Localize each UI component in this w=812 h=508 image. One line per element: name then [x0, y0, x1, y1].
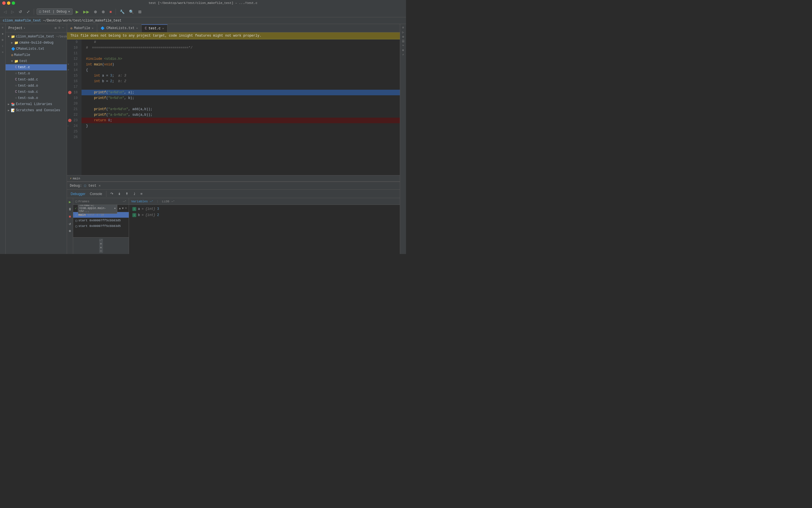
thread-dropdown[interactable]: Thread-1-<com.apple.main-thr... ▾ — [78, 205, 117, 214]
variables-tab-label[interactable]: Variables →⁺ — [131, 200, 153, 203]
tree-item-test-o[interactable]: ○ test.o — [6, 71, 67, 77]
window-title: test [~/Desktop/work/test/clion_makefile… — [149, 1, 257, 5]
right-sidebar-icon-5[interactable]: ≈ — [401, 43, 405, 48]
debug-session-close[interactable]: ✕ — [99, 183, 100, 188]
tree-item-cmake-build[interactable]: ▶ 📁 cmake-build-debug — [6, 40, 67, 46]
restart-btn[interactable]: ↺ — [67, 221, 73, 226]
test-c-tab-close[interactable]: ✕ — [162, 27, 164, 30]
console-tab[interactable]: Console — [89, 191, 104, 197]
tab-makefile[interactable]: ⚙ Makefile ✕ — [67, 24, 97, 32]
sidebar-icon-5[interactable]: ≈ — [1, 50, 5, 54]
lldb-tab-label[interactable]: LLDB →⁺ — [162, 200, 175, 203]
root-label: clion_makefile_test — [16, 35, 54, 39]
code-line-11 — [82, 51, 400, 56]
tree-item-root[interactable]: ▼ 📁 clion_makefile_test ~/Desktop/work/t… — [6, 34, 67, 40]
tree-item-test-sub-c[interactable]: C test-sub.c — [6, 89, 67, 95]
right-sidebar-icon-2[interactable]: ▷ — [401, 30, 405, 34]
nav-button-3[interactable]: ↺ — [17, 9, 23, 15]
frames-scroll-btn-2[interactable]: ▼ — [99, 242, 103, 246]
right-sidebar-icon-4[interactable]: ☰ — [401, 39, 405, 43]
nav-button-4[interactable]: ⤢ — [25, 9, 31, 15]
traffic-lights — [2, 1, 15, 5]
tree-item-test-add-c[interactable]: C test-add.c — [6, 77, 67, 83]
tree-item-makefile[interactable]: ⚙ Makefile — [6, 52, 67, 58]
frame-item-start-2[interactable]: ▢ start 0x00007ff5cbb83d5 — [73, 223, 129, 229]
right-sidebar-icon-6[interactable]: ⊕ — [401, 48, 405, 52]
makefile-tab-close[interactable]: ✕ — [92, 27, 94, 30]
thread-up-btn[interactable]: ▲ — [119, 207, 121, 210]
test-c-tab-label: test.c — [149, 27, 160, 31]
pause-btn[interactable]: ⏸ — [67, 207, 73, 212]
cmakelists-tab-close[interactable]: ✕ — [136, 27, 138, 30]
maximize-button[interactable] — [12, 1, 15, 5]
wrench-button[interactable]: 🔧 — [118, 9, 126, 15]
stop-debug-btn[interactable]: ■ — [67, 214, 73, 219]
frame-start2-icon: ▢ — [76, 224, 77, 228]
sidebar-icon-1[interactable]: ≡ — [1, 26, 5, 30]
frames-header: ▢ Frames →⁺ — [73, 198, 129, 205]
thread-add-btn[interactable]: + — [125, 206, 127, 210]
back-button[interactable]: ◁ — [2, 9, 8, 15]
minimize-button[interactable] — [7, 1, 10, 5]
right-sidebar-icon-1[interactable]: ≡ — [401, 26, 405, 30]
tree-item-test-add-o[interactable]: ○ test-add.o — [6, 83, 67, 89]
forward-button[interactable]: ▷ — [10, 9, 16, 15]
code-content[interactable]: # # ====================================… — [82, 39, 400, 175]
step-out-btn[interactable]: ↟ — [124, 191, 130, 197]
tab-cmakelists[interactable]: 🔷 CMakeLists.txt ✕ — [97, 24, 142, 32]
tree-item-scratch[interactable]: ▶ 📝 Scratches and Consoles — [6, 107, 67, 114]
build-button[interactable]: ▶ — [74, 9, 80, 15]
right-sidebar-icon-7[interactable]: ⚡ — [401, 52, 405, 57]
code-line-13: int main(void) — [82, 62, 400, 67]
var-b-type: {int} — [145, 213, 155, 217]
coverage-button[interactable]: ⊕ — [92, 9, 99, 15]
close-button[interactable] — [2, 1, 6, 5]
project-action-2[interactable]: ≡ — [58, 26, 60, 30]
warning-text: This file does not belong to any project… — [70, 34, 261, 38]
tab-bar: ⚙ Makefile ✕ 🔷 CMakeLists.txt ✕ C test.c… — [67, 24, 400, 32]
frame-start2-label: start 0x00007ff5cbb83d5 — [79, 224, 121, 228]
evaluate-btn[interactable]: ≡ — [139, 191, 144, 197]
run-to-cursor-btn[interactable]: ⤸ — [132, 191, 137, 197]
var-b-eq: = — [142, 213, 144, 217]
frames-panel: ▢ Frames →⁺ ✓ Thread-1-<com.apple.main-t… — [73, 198, 129, 254]
frames-scroll-btn-1[interactable]: →⁺ — [99, 239, 103, 242]
sidebar-icon-4[interactable]: ↕ — [1, 44, 5, 48]
code-line-22: printf("a-b=%d\n", sub(a,b)); — [82, 112, 400, 118]
test-c-tab-icon: C — [145, 27, 147, 31]
var-a-icon: i — [132, 207, 136, 211]
project-action-1[interactable]: ⚙ — [54, 26, 56, 30]
mute-bp-btn[interactable]: ⊗ — [67, 228, 73, 234]
tree-item-test-c[interactable]: C test.c — [6, 64, 67, 71]
resume-btn[interactable]: ▶ — [67, 200, 73, 205]
sidebar-icon-2[interactable]: ◈ — [1, 32, 5, 36]
tree-item-test-sub-o[interactable]: ○ test-sub.o — [6, 95, 67, 101]
thread-down-btn[interactable]: ▼ — [122, 207, 124, 210]
tool-button[interactable]: ⊞ — [137, 9, 143, 15]
step-over-btn[interactable]: ↷ — [109, 191, 115, 197]
frames-scroll-btn-4[interactable]: ∞ — [99, 249, 103, 253]
tree-item-test-folder[interactable]: ▼ 📁 test — [6, 58, 67, 64]
frame-item-start-1[interactable]: ▢ start 0x00007ff5cbb83d5 — [73, 218, 129, 223]
sidebar-icon-3[interactable]: ⚙ — [1, 38, 5, 42]
project-action-3[interactable]: − — [62, 26, 64, 30]
frames-scroll-btn-3[interactable]: ▲ — [99, 246, 103, 250]
tree-item-cmakelists[interactable]: 🔷 CMakeLists.txt — [6, 46, 67, 52]
code-line-10: # ======================================… — [82, 45, 400, 51]
breakpoint-23[interactable] — [68, 119, 71, 122]
right-sidebar-icon-3[interactable]: ⚙ — [401, 34, 405, 39]
run-debug-button[interactable]: ▶▶ — [82, 9, 91, 15]
profile-button[interactable]: ⊗ — [100, 9, 106, 15]
frames-pin[interactable]: →⁺ — [123, 200, 127, 203]
search-button[interactable]: 🔍 — [128, 9, 135, 15]
tab-test-c[interactable]: C test.c ✕ — [142, 24, 168, 32]
step-into-btn[interactable]: ↡ — [116, 191, 122, 197]
run-config[interactable]: ▢ test | Debug ▾ — [37, 8, 73, 15]
tree-item-ext-lib[interactable]: ▶ 📚 External Libraries — [6, 101, 67, 107]
breakpoint-18[interactable] — [68, 91, 71, 94]
line-11: 11 — [67, 51, 79, 56]
stop-button[interactable]: ■ — [108, 9, 113, 15]
thread-item[interactable]: ✓ Thread-1-<com.apple.main-thr... ▾ ▲ ▼ … — [73, 205, 129, 212]
debugger-tab[interactable]: Debugger — [69, 191, 87, 197]
scratch-label: Scratches and Consoles — [16, 109, 60, 112]
